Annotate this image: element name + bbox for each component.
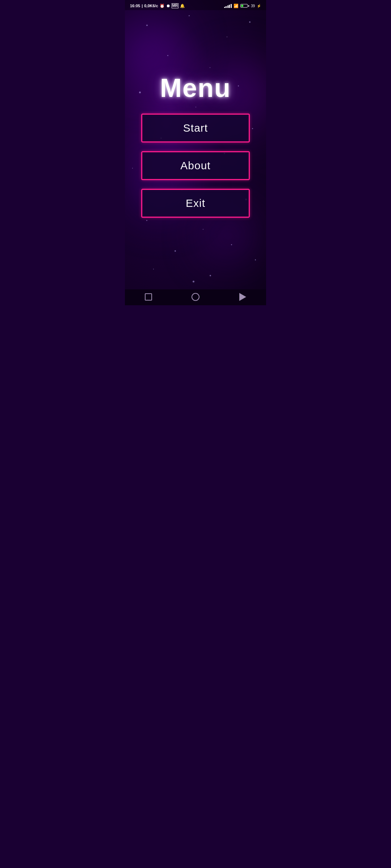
status-right: 📶 39 ⚡ (224, 4, 261, 8)
home-icon (192, 293, 199, 301)
home-button[interactable] (185, 290, 206, 303)
bell-icon: 🔔 (180, 4, 185, 8)
back-icon (239, 293, 246, 301)
signal-bar-4 (229, 5, 230, 8)
battery-tip (248, 5, 249, 7)
battery-body (240, 4, 248, 8)
media-icon: ⏺ (166, 4, 170, 8)
start-button[interactable]: Start (141, 114, 250, 142)
charging-icon: ⚡ (257, 4, 261, 8)
menu-title: Menu (160, 73, 231, 103)
status-divider: | (142, 4, 143, 8)
signal-bars (224, 4, 232, 8)
recent-apps-icon (145, 293, 152, 301)
alarm-icon: ⏰ (160, 4, 165, 8)
about-button[interactable]: About (141, 151, 250, 180)
battery-icon (240, 4, 249, 8)
status-data: 0,0K6/c (144, 4, 158, 8)
exit-button[interactable]: Exit (141, 189, 250, 218)
signal-bar-5 (231, 4, 232, 8)
recent-apps-button[interactable] (138, 290, 159, 303)
signal-bar-3 (227, 5, 228, 8)
back-button[interactable] (232, 290, 253, 303)
status-time: 16:05 (130, 4, 140, 8)
wifi-icon: 📶 (234, 4, 239, 8)
status-bar: 16:05 | 0,0K6/c ⏰ ⏺ MR 🔔 📶 39 ⚡ (125, 0, 266, 10)
battery-percent: 39 (251, 4, 255, 8)
nav-bar (125, 289, 266, 305)
main-content: Menu Start About Exit (125, 10, 266, 289)
battery-fill (241, 5, 243, 7)
signal-bar-2 (226, 6, 227, 8)
signal-bar-1 (224, 7, 225, 8)
status-left: 16:05 | 0,0K6/c ⏰ ⏺ MR 🔔 (130, 3, 185, 8)
mr-icon: MR (172, 3, 179, 8)
